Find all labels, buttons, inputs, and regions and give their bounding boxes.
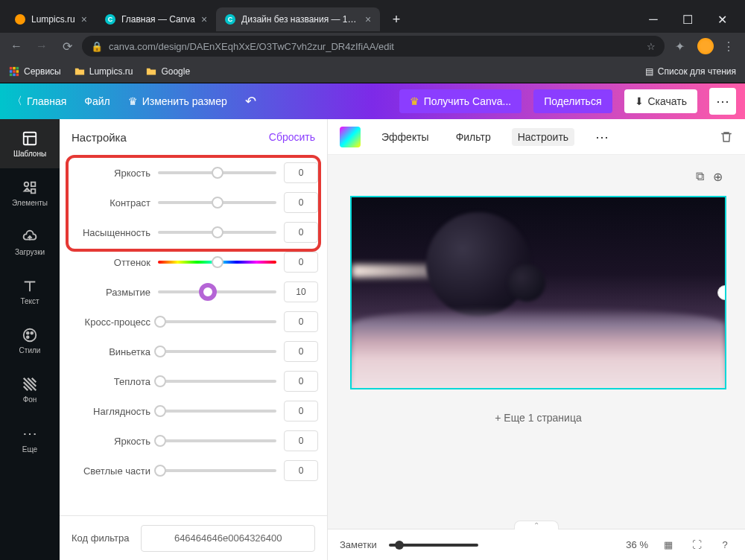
slider-track[interactable] bbox=[158, 402, 276, 420]
slider-track[interactable] bbox=[158, 194, 276, 211]
close-icon[interactable]: × bbox=[81, 13, 87, 25]
slider-track[interactable] bbox=[158, 164, 276, 182]
filter-code-input[interactable] bbox=[141, 525, 315, 552]
sidebar-item-text[interactable]: Текст bbox=[0, 267, 60, 316]
sidebar-item-elements[interactable]: Элементы bbox=[0, 168, 60, 217]
menu-button[interactable]: ⋮ bbox=[718, 36, 739, 57]
slider-thumb[interactable] bbox=[154, 346, 166, 357]
slider-track[interactable] bbox=[158, 223, 276, 241]
canvas-image[interactable] bbox=[352, 197, 725, 388]
canvas-scroll[interactable]: ⧉ ⊕ + Еще 1 страница bbox=[328, 155, 745, 529]
slider-thumb[interactable] bbox=[212, 256, 224, 268]
get-pro-button[interactable]: ♛ Получить Canva... bbox=[399, 89, 522, 113]
effects-button[interactable]: Эффекты bbox=[375, 128, 435, 146]
sidebar-item-background[interactable]: Фон bbox=[0, 365, 60, 414]
reload-button[interactable]: ⟳ bbox=[57, 36, 77, 57]
maximize-button[interactable]: ☐ bbox=[670, 6, 705, 33]
color-picker-button[interactable] bbox=[340, 127, 361, 147]
zoom-slider[interactable] bbox=[389, 544, 478, 547]
zoom-thumb[interactable] bbox=[395, 541, 404, 550]
close-icon[interactable]: × bbox=[365, 13, 371, 25]
bookmark-lumpics[interactable]: Lumpics.ru bbox=[74, 66, 133, 77]
slider-thumb[interactable] bbox=[154, 435, 166, 447]
slider-track[interactable] bbox=[158, 313, 276, 331]
slider-value[interactable]: 0 bbox=[284, 460, 318, 481]
slider-value[interactable]: 0 bbox=[284, 430, 318, 451]
slider-thumb[interactable] bbox=[154, 465, 166, 477]
more-menu-button[interactable]: ⋯ bbox=[709, 88, 736, 115]
slider-value[interactable]: 0 bbox=[284, 311, 318, 332]
add-page-button[interactable]: + Еще 1 страница bbox=[350, 412, 726, 424]
tab-canva-design[interactable]: C Дизайн без названия — 1280 × bbox=[216, 7, 380, 31]
slider-track[interactable] bbox=[158, 283, 276, 301]
slider-label: Виньетка bbox=[69, 346, 150, 357]
adjust-button[interactable]: Настроить bbox=[512, 128, 574, 146]
close-window-button[interactable]: ✕ bbox=[705, 6, 739, 33]
sidebar-item-label: Текст bbox=[20, 297, 39, 305]
slider-label: Светлые части bbox=[69, 465, 150, 477]
reading-list-button[interactable]: ▤ Список для чтения bbox=[645, 66, 736, 77]
slider-value[interactable]: 0 bbox=[284, 192, 318, 213]
filter-button[interactable]: Фильтр bbox=[450, 128, 497, 146]
slider-thumb[interactable] bbox=[154, 316, 166, 328]
slider-track[interactable] bbox=[158, 432, 276, 450]
slider-value[interactable]: 10 bbox=[284, 281, 318, 302]
slider-thumb[interactable] bbox=[212, 226, 224, 238]
slider-thumb[interactable] bbox=[199, 283, 217, 301]
add-page-icon[interactable]: ⊕ bbox=[713, 170, 723, 184]
minimize-button[interactable]: ─ bbox=[636, 6, 670, 33]
sidebar-item-label: Стили bbox=[19, 346, 41, 354]
home-button[interactable]: 〈 Главная bbox=[9, 90, 69, 112]
bookmark-google[interactable]: Google bbox=[146, 66, 190, 77]
address-bar[interactable]: 🔒 canva.com/design/DAEnXEqhXxE/O3TwC7vh2… bbox=[82, 36, 665, 57]
download-button[interactable]: ⬇ Скачать bbox=[624, 89, 698, 113]
slider-row-10: Светлые части0 bbox=[69, 456, 318, 486]
svg-rect-5 bbox=[16, 70, 19, 73]
slider-thumb[interactable] bbox=[212, 167, 224, 179]
resize-button[interactable]: ♛ Изменить размер bbox=[125, 91, 230, 112]
slider-track[interactable] bbox=[158, 372, 276, 390]
sidebar-item-label: Еще bbox=[22, 445, 37, 454]
back-button[interactable]: ← bbox=[6, 36, 27, 57]
help-icon[interactable]: ? bbox=[717, 539, 733, 550]
slider-value[interactable]: 0 bbox=[284, 401, 318, 421]
slider-thumb[interactable] bbox=[154, 405, 166, 417]
reset-button[interactable]: Сбросить bbox=[269, 131, 315, 143]
pages-expand-button[interactable]: ⌃ bbox=[514, 521, 559, 529]
slider-thumb[interactable] bbox=[212, 197, 224, 209]
bookmark-services[interactable]: Сервисы bbox=[9, 66, 61, 77]
slider-thumb[interactable] bbox=[154, 375, 166, 387]
fullscreen-icon[interactable]: ⛶ bbox=[688, 539, 705, 550]
tab-canva-home[interactable]: C Главная — Canva × bbox=[96, 7, 216, 31]
sidebar-item-more[interactable]: ⋯ Еще bbox=[0, 414, 60, 463]
delete-button[interactable] bbox=[720, 130, 733, 144]
share-button[interactable]: Поделиться bbox=[533, 89, 612, 113]
slider-track[interactable] bbox=[158, 253, 276, 271]
undo-button[interactable]: ↶ bbox=[242, 89, 259, 114]
trash-icon bbox=[720, 130, 733, 144]
forward-button[interactable]: → bbox=[31, 36, 52, 57]
tab-lumpics[interactable]: Lumpics.ru × bbox=[6, 7, 96, 31]
file-menu[interactable]: Файл bbox=[81, 91, 112, 112]
page-frame[interactable] bbox=[350, 196, 726, 389]
grid-view-icon[interactable]: ▦ bbox=[660, 539, 676, 550]
styles-icon bbox=[22, 327, 38, 343]
sidebar-item-templates[interactable]: Шаблоны bbox=[0, 119, 60, 168]
slider-value[interactable]: 0 bbox=[284, 222, 318, 243]
duplicate-page-icon[interactable]: ⧉ bbox=[696, 170, 704, 184]
slider-value[interactable]: 0 bbox=[284, 341, 318, 362]
sidebar-item-uploads[interactable]: Загрузки bbox=[0, 217, 60, 267]
slider-track[interactable] bbox=[158, 343, 276, 360]
slider-value[interactable]: 0 bbox=[284, 252, 318, 273]
star-icon[interactable]: ☆ bbox=[647, 41, 656, 52]
new-tab-button[interactable]: + bbox=[386, 9, 407, 30]
slider-track[interactable] bbox=[158, 462, 276, 480]
slider-value[interactable]: 0 bbox=[284, 162, 318, 183]
extensions-button[interactable]: ✦ bbox=[669, 36, 690, 57]
toolbar-more-button[interactable]: ⋯ bbox=[589, 126, 616, 148]
close-icon[interactable]: × bbox=[201, 13, 207, 25]
slider-value[interactable]: 0 bbox=[284, 371, 318, 392]
sidebar-item-styles[interactable]: Стили bbox=[0, 316, 60, 365]
notes-button[interactable]: Заметки bbox=[340, 539, 377, 550]
profile-avatar[interactable] bbox=[697, 38, 714, 54]
